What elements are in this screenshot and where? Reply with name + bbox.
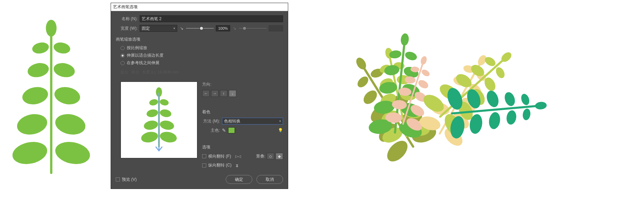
right-column: 方向: ← → ↑ ↓ 着色 方法 (M): 色相转换 ▾: [202, 82, 283, 168]
scaling-option-stretch[interactable]: 伸展以适合描边长度: [121, 53, 283, 58]
flip-y-checkbox[interactable]: 纵向翻转 (C): [202, 162, 232, 168]
disabled-start-label: 起点: [121, 70, 128, 75]
flipy-row: 纵向翻转 (C) ⧗: [202, 162, 283, 168]
direction-down-button[interactable]: ↓: [229, 90, 236, 97]
disabled-end-label: 终点: [131, 70, 139, 75]
svg-point-20: [140, 130, 159, 144]
direction-label: 方向:: [202, 82, 283, 87]
svg-point-19: [159, 119, 174, 131]
svg-point-7: [53, 85, 82, 107]
method-row: 方法 (M): 色相转换 ▾: [202, 118, 283, 125]
preview-checkbox[interactable]: 预览 (V): [116, 177, 137, 182]
name-label: 名称 (N):: [116, 16, 138, 22]
dialog-title-text: 艺术画笔选项: [113, 4, 138, 9]
svg-rect-0: [50, 29, 53, 174]
svg-point-8: [15, 112, 49, 137]
direction-up-button[interactable]: ↑: [220, 90, 227, 97]
dialog-footer: 预览 (V) 确定 取消: [111, 172, 288, 189]
svg-point-10: [10, 139, 49, 167]
tips-icon[interactable]: 💡: [278, 128, 283, 133]
radio-icon-checked: [121, 54, 125, 58]
keycolor-label: 主色:: [202, 128, 220, 133]
scaling-option-proportional[interactable]: 按比例缩放: [121, 45, 283, 51]
preview-plant-svg: [135, 86, 183, 154]
width-label: 宽度 (W):: [116, 26, 138, 31]
art-brush-options-dialog: 艺术画笔选项 名称 (N): 宽度 (W): 固定 ▾ ↘ 100% ↘: [111, 3, 288, 189]
flipx-row: 横向翻转 (F) ▷◁ 重叠: ◇ ◆: [202, 153, 283, 160]
ok-button[interactable]: 确定: [226, 175, 252, 184]
method-value: 色相转换: [224, 118, 240, 124]
overlap-join-button[interactable]: ◆: [276, 153, 283, 160]
flip-y-label: 纵向翻转 (C): [208, 162, 232, 168]
link-right-icon: ↘: [232, 26, 237, 31]
chevron-down-icon: ▾: [279, 119, 281, 123]
scaling-radio-group: 按比例缩放 伸展以适合描边长度 在参考线之间伸展: [116, 45, 283, 66]
right-plant-arrangement: [321, 20, 560, 191]
dialog-body: 名称 (N): 宽度 (W): 固定 ▾ ↘ 100% ↘ 画笔缩放选项: [111, 11, 288, 172]
ok-label: 确定: [235, 177, 243, 182]
direction-right-button[interactable]: →: [211, 90, 219, 97]
svg-point-21: [159, 130, 178, 144]
scaling-option-guides[interactable]: 在参考线之间伸展: [121, 60, 283, 66]
svg-point-11: [53, 139, 92, 167]
overlap-group: 重叠: ◇ ◆: [256, 153, 283, 160]
direction-left-button[interactable]: ←: [202, 90, 210, 97]
overlap-none-button[interactable]: ◇: [267, 153, 274, 160]
brush-preview: [121, 82, 197, 158]
svg-point-4: [26, 61, 50, 79]
mid-section: 方向: ← → ↑ ↓ 着色 方法 (M): 色相转换 ▾: [116, 82, 283, 168]
svg-point-17: [159, 108, 172, 118]
checkbox-icon: [116, 177, 120, 181]
width-value-right: [269, 25, 283, 31]
name-row: 名称 (N):: [116, 15, 283, 22]
left-plant-illustration: [0, 14, 102, 174]
flip-x-label: 横向翻转 (F): [208, 154, 231, 159]
svg-point-5: [52, 61, 76, 79]
radio-icon: [121, 46, 125, 50]
eyedropper-icon[interactable]: ✎: [222, 128, 226, 133]
flip-x-glyph-icon: ▷◁: [235, 154, 241, 159]
scaling-section-title: 画笔缩放选项: [116, 36, 283, 42]
checkbox-icon: [202, 163, 206, 167]
plant-svg: [0, 14, 102, 174]
name-input[interactable]: [140, 15, 283, 22]
chevron-down-icon: ▾: [173, 27, 175, 30]
scaling-option-label: 按比例缩放: [127, 45, 147, 51]
width-row: 宽度 (W): 固定 ▾ ↘ 100% ↘: [116, 25, 283, 32]
svg-point-2: [31, 41, 50, 55]
width-slider-left[interactable]: ↘ 100%: [179, 25, 230, 31]
svg-point-14: [149, 98, 158, 106]
cancel-label: 取消: [266, 177, 274, 182]
link-left-icon: ↘: [179, 26, 184, 31]
width-slider-right: ↘: [232, 25, 283, 31]
overlap-label: 重叠:: [256, 154, 265, 159]
radio-icon: [121, 61, 125, 65]
svg-point-15: [159, 98, 169, 106]
svg-point-9: [53, 112, 87, 137]
scaling-option-label: 伸展以适合描边长度: [127, 53, 164, 58]
svg-point-3: [53, 41, 71, 55]
direction-buttons: ← → ↑ ↓: [202, 90, 283, 97]
checkbox-icon: [202, 154, 206, 158]
preview-label: 预览 (V): [122, 177, 137, 182]
svg-point-16: [146, 108, 159, 118]
options-section-title: 选项: [202, 144, 283, 150]
guides-disabled-row: 起点 终点 长度 (L): 16.0639 mm: [116, 69, 283, 75]
flip-y-glyph-icon: ⧗: [236, 163, 238, 168]
colorization-section-title: 着色: [202, 109, 283, 115]
width-value[interactable]: 100%: [216, 25, 230, 31]
keycolor-swatch[interactable]: [228, 127, 235, 133]
flip-x-checkbox[interactable]: 横向翻转 (F): [202, 154, 231, 159]
scaling-option-label: 在参考线之间伸展: [127, 60, 159, 66]
dialog-title: 艺术画笔选项: [111, 3, 288, 11]
method-label: 方法 (M):: [202, 118, 220, 124]
svg-point-6: [21, 85, 50, 107]
width-mode-select[interactable]: 固定 ▾: [140, 25, 177, 32]
method-select[interactable]: 色相转换 ▾: [222, 118, 283, 125]
disabled-length-label: 长度 (L): 16.0639 mm: [142, 70, 179, 75]
width-mode-value: 固定: [142, 26, 150, 31]
cancel-button[interactable]: 取消: [256, 175, 283, 184]
svg-point-1: [46, 20, 56, 36]
svg-point-18: [143, 119, 158, 131]
arrangement-svg: [321, 20, 560, 191]
